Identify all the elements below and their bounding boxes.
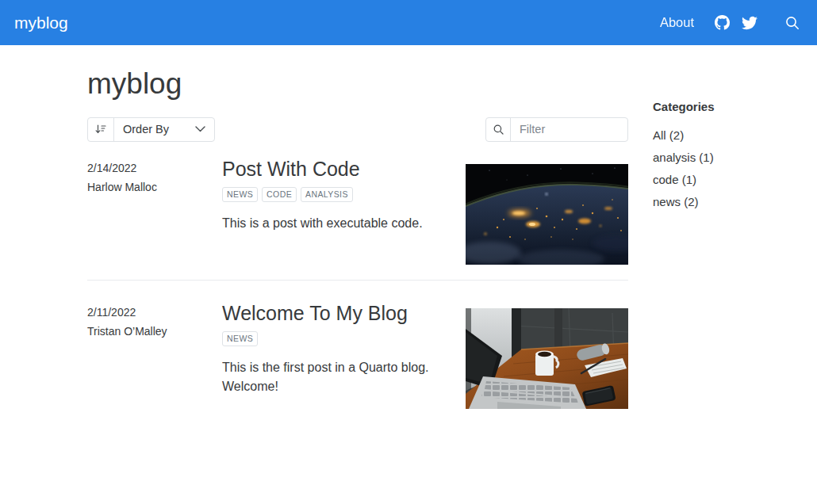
filter-search-icon [486,118,511,141]
post-body: Post With Code NEWS CODE ANALYSIS This i… [222,158,466,265]
post-divider [87,280,628,281]
post-body: Welcome To My Blog NEWS This is the firs… [222,302,466,409]
category-badges: NEWS CODE ANALYSIS [222,187,466,202]
post-description: This is a post with executable code. [222,214,466,233]
top-navbar: myblog About [0,0,817,45]
post-thumbnail-desk-laptop[interactable] [466,308,628,409]
github-icon[interactable] [715,15,730,30]
filter-box [485,117,628,142]
navbar-right: About [660,14,801,32]
nav-link-about[interactable]: About [660,15,694,30]
filter-input[interactable] [511,118,627,141]
post-title-link[interactable]: Post With Code [222,158,466,181]
post-author: Tristan O’Malley [87,324,222,339]
category-link-news[interactable]: news (2) [653,193,747,210]
post-description: This is the first post in a Quarto blog.… [222,358,466,396]
post-meta: 2/14/2022 Harlow Malloc [87,158,222,265]
category-badge[interactable]: NEWS [222,187,258,202]
category-badge[interactable]: ANALYSIS [301,187,353,202]
chevron-down-icon [195,126,205,132]
order-by-dropdown[interactable]: Order By [87,117,215,142]
post-meta: 2/11/2022 Tristan O’Malley [87,302,222,409]
category-badge[interactable]: NEWS [222,331,258,346]
listing-column: myblog Order By [87,45,628,409]
order-by-select[interactable]: Order By [114,118,214,141]
category-badge[interactable]: CODE [262,187,297,202]
post-date: 2/11/2022 [87,305,222,320]
sort-icon [88,118,114,141]
categories-sidebar: Categories All (2) analysis (1) code (1)… [653,100,747,409]
category-link-analysis[interactable]: analysis (1) [653,149,747,166]
post-listing-item: 2/14/2022 Harlow Malloc Post With Code N… [87,158,628,265]
main-content: myblog Order By [0,45,817,441]
post-title-link[interactable]: Welcome To My Blog [222,302,466,325]
post-listing-item: 2/11/2022 Tristan O’Malley Welcome To My… [87,302,628,409]
category-link-code[interactable]: code (1) [653,171,747,188]
listing-controls: Order By [87,117,628,142]
order-by-label: Order By [123,123,169,136]
post-author: Harlow Malloc [87,180,222,195]
category-link-all[interactable]: All (2) [653,127,747,143]
navbar-brand[interactable]: myblog [14,13,68,32]
category-badges: NEWS [222,331,466,346]
post-thumbnail-earth-at-night[interactable] [466,164,628,265]
page-title: myblog [87,68,628,101]
post-date: 2/14/2022 [87,161,222,176]
categories-heading: Categories [653,100,747,113]
search-icon[interactable] [784,14,801,32]
twitter-icon[interactable] [742,15,758,31]
